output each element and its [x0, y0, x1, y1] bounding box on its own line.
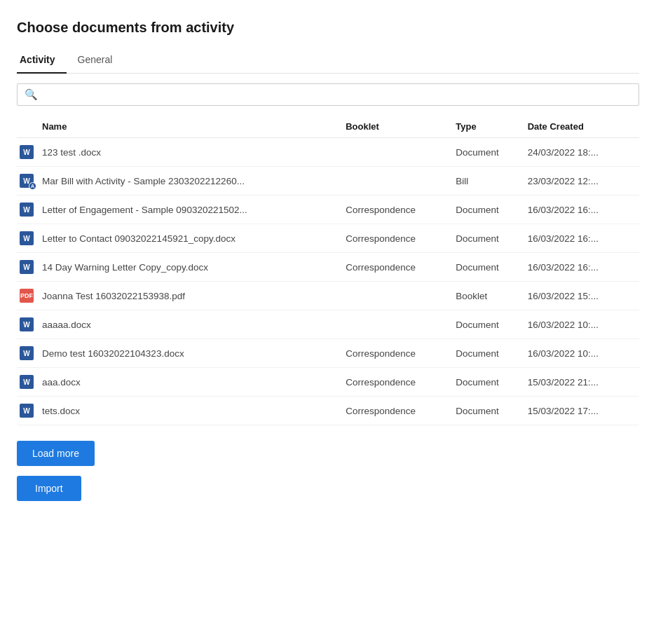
row-name: aaaaa.docx [42, 310, 346, 339]
row-booklet: Correspondence [346, 253, 456, 282]
col-date: Date Created [528, 116, 639, 138]
search-bar: 🔍 [17, 83, 639, 106]
row-type: Document [456, 253, 527, 282]
row-booklet: Correspondence [346, 368, 456, 397]
row-name: tets.docx [42, 397, 346, 425]
table-row[interactable]: WLetter of Engagement - Sample 090320221… [17, 196, 639, 224]
word-badge-icon: WA [20, 175, 34, 186]
row-type: Booklet [456, 282, 527, 310]
pdf-icon: PDF [20, 289, 34, 303]
table-row[interactable]: Wtets.docxCorrespondenceDocument15/03/20… [17, 397, 639, 425]
row-type: Document [456, 196, 527, 224]
row-checkbox-cell: WA [17, 167, 42, 196]
row-date: 16/03/2022 15:... [528, 282, 639, 310]
row-date: 23/03/2022 12:... [528, 167, 639, 196]
row-checkbox-cell: W [17, 138, 42, 167]
tab-activity[interactable]: Activity [17, 48, 67, 74]
row-booklet: Correspondence [346, 224, 456, 253]
search-icon: 🔍 [25, 88, 38, 101]
row-booklet [346, 138, 456, 167]
col-checkbox [17, 116, 42, 138]
col-type: Type [456, 116, 527, 138]
word-doc-icon: W [20, 261, 34, 272]
word-icon: W [20, 260, 34, 274]
word-doc-icon: W [20, 405, 34, 416]
table-row[interactable]: WAMar Bill with Activity - Sample 230320… [17, 167, 639, 196]
word-doc-icon: W [20, 319, 34, 329]
word-icon: W [20, 231, 34, 245]
row-booklet: Correspondence [346, 397, 456, 425]
row-name: Letter of Engagement - Sample 0903202215… [42, 196, 346, 224]
row-type: Document [456, 397, 527, 425]
row-date: 16/03/2022 16:... [528, 224, 639, 253]
row-checkbox-cell: W [17, 339, 42, 368]
row-type: Bill [456, 167, 527, 196]
col-name: Name [42, 116, 346, 138]
table-row[interactable]: WDemo test 16032022104323.docxCorrespond… [17, 339, 639, 368]
word-icon: W [20, 404, 34, 418]
row-booklet [346, 282, 456, 310]
row-name: Letter to Contact 09032022145921_copy.do… [42, 224, 346, 253]
documents-table: Name Booklet Type Date Created W123 test… [17, 116, 639, 425]
row-booklet: Correspondence [346, 339, 456, 368]
table-row[interactable]: WLetter to Contact 09032022145921_copy.d… [17, 224, 639, 253]
row-date: 16/03/2022 16:... [528, 196, 639, 224]
load-more-button[interactable]: Load more [17, 441, 95, 466]
pdf-doc-icon: PDF [20, 289, 34, 300]
row-type: Document [456, 224, 527, 253]
row-name: Mar Bill with Activity - Sample 23032022… [42, 167, 346, 196]
row-name: aaa.docx [42, 368, 346, 397]
tab-general[interactable]: General [75, 48, 124, 74]
word-icon: W [20, 317, 34, 331]
table-row[interactable]: Waaa.docxCorrespondenceDocument15/03/202… [17, 368, 639, 397]
page-title: Choose documents from activity [17, 20, 639, 36]
table-header: Name Booklet Type Date Created [17, 116, 639, 138]
row-date: 15/03/2022 21:... [528, 368, 639, 397]
row-checkbox-cell: W [17, 196, 42, 224]
word-doc-icon: W [20, 376, 34, 387]
search-input[interactable] [42, 89, 631, 100]
activity-badge: A [29, 182, 36, 190]
row-name: Demo test 16032022104323.docx [42, 339, 346, 368]
table-row[interactable]: Waaaaa.docxDocument16/03/2022 10:... [17, 310, 639, 339]
word-icon: W [20, 346, 34, 360]
word-icon: W [20, 145, 34, 159]
table-body: W123 test .docxDocument24/03/2022 18:...… [17, 138, 639, 425]
row-name: 123 test .docx [42, 138, 346, 167]
word-icon: W [20, 375, 34, 389]
row-checkbox-cell: W [17, 310, 42, 339]
import-button[interactable]: Import [17, 476, 81, 501]
row-type: Document [456, 138, 527, 167]
row-booklet: Correspondence [346, 196, 456, 224]
word-doc-icon: W [20, 348, 34, 358]
main-container: Choose documents from activity Activity … [0, 0, 656, 521]
word-doc-icon: W [20, 146, 34, 157]
table-row[interactable]: W123 test .docxDocument24/03/2022 18:... [17, 138, 639, 167]
row-checkbox-cell: W [17, 368, 42, 397]
row-type: Document [456, 310, 527, 339]
row-type: Document [456, 339, 527, 368]
row-date: 16/03/2022 10:... [528, 339, 639, 368]
col-booklet: Booklet [346, 116, 456, 138]
word-doc-icon: W [20, 204, 34, 214]
row-date: 16/03/2022 10:... [528, 310, 639, 339]
row-checkbox-cell: W [17, 253, 42, 282]
row-date: 15/03/2022 17:... [528, 397, 639, 425]
row-name: 14 Day Warning Letter Copy_copy.docx [42, 253, 346, 282]
tabs-bar: Activity General [17, 48, 639, 74]
row-name: Joanna Test 16032022153938.pdf [42, 282, 346, 310]
row-booklet [346, 310, 456, 339]
row-checkbox-cell: W [17, 224, 42, 253]
word-badge-container: WA [20, 174, 34, 188]
row-date: 16/03/2022 16:... [528, 253, 639, 282]
row-checkbox-cell: PDF [17, 282, 42, 310]
table-row[interactable]: PDFJoanna Test 16032022153938.pdfBooklet… [17, 282, 639, 310]
row-booklet [346, 167, 456, 196]
word-icon: W [20, 203, 34, 217]
row-checkbox-cell: W [17, 397, 42, 425]
row-type: Document [456, 368, 527, 397]
table-row[interactable]: W14 Day Warning Letter Copy_copy.docxCor… [17, 253, 639, 282]
word-doc-icon: W [20, 233, 34, 243]
row-date: 24/03/2022 18:... [528, 138, 639, 167]
